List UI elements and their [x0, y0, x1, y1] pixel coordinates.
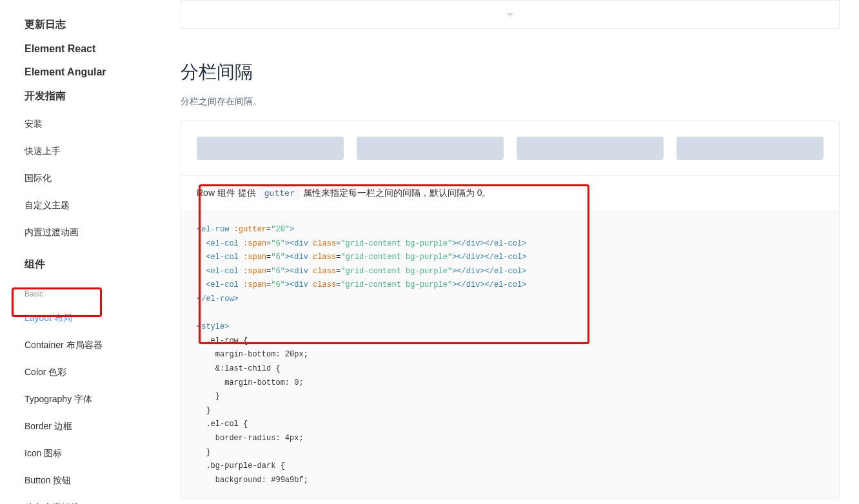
sidebar-item-customtheme[interactable]: 自定义主题 [25, 192, 181, 219]
section-desc: 分栏之间存在间隔。 [181, 96, 840, 108]
meta-text-post: 属性来指定每一栏之间的间隔，默认间隔为 0。 [303, 188, 491, 198]
main-content: 分栏间隔 分栏之间存在间隔。 Row 组件 提供gutter属性来指定每一栏之间… [181, 0, 859, 504]
sidebar-group-components: 组件 [25, 258, 181, 271]
grid-col [670, 137, 830, 160]
sidebar-item-typography[interactable]: Typography 字体 [25, 386, 181, 413]
sidebar-item-color[interactable]: Color 色彩 [25, 359, 181, 386]
prev-demo-box [181, 0, 840, 29]
sidebar-item-react[interactable]: Element React [25, 43, 181, 55]
grid-block [197, 137, 344, 160]
demo-box-gutter: Row 组件 提供gutter属性来指定每一栏之间的间隔，默认间隔为 0。 <e… [181, 121, 840, 499]
sidebar-item-quickstart[interactable]: 快速上手 [25, 138, 181, 165]
sidebar: 更新日志 Element React Element Angular 开发指南 … [0, 0, 181, 504]
sidebar-item-container[interactable]: Container 布局容器 [25, 332, 181, 359]
grid-block [676, 137, 824, 160]
code-block: <el-row :gutter="20"> <el-col :span="6">… [181, 211, 839, 499]
demo-content [181, 121, 839, 175]
sidebar-item-angular[interactable]: Element Angular [25, 66, 181, 78]
grid-col [350, 137, 510, 160]
sidebar-item-layout[interactable]: Layout 布局 [25, 305, 181, 332]
sidebar-item-border[interactable]: Border 边框 [25, 413, 181, 440]
sidebar-item-transitions[interactable]: 内置过渡动画 [25, 219, 181, 246]
meta-inline-code: gutter [259, 186, 300, 200]
section-title: 分栏间隔 [181, 60, 840, 84]
sidebar-item-link[interactable]: Link 文字链接 [25, 494, 181, 504]
demo-meta: Row 组件 提供gutter属性来指定每一栏之间的间隔，默认间隔为 0。 [181, 175, 839, 211]
meta-text-pre: Row 组件 提供 [197, 188, 256, 198]
grid-block [517, 137, 664, 160]
sidebar-item-button[interactable]: Button 按钮 [25, 467, 181, 494]
sidebar-item-i18n[interactable]: 国际化 [25, 165, 181, 192]
demo-toggle-button[interactable] [181, 0, 839, 28]
sidebar-subheading-basic: Basic [25, 279, 181, 305]
grid-col [510, 137, 670, 160]
sidebar-item-changelog[interactable]: 更新日志 [25, 18, 181, 32]
grid-row [190, 137, 830, 160]
grid-block [357, 137, 504, 160]
caret-down-icon [506, 13, 514, 17]
sidebar-group-devguide: 开发指南 [25, 90, 181, 103]
grid-col [190, 137, 350, 160]
sidebar-item-icon[interactable]: Icon 图标 [25, 440, 181, 467]
sidebar-item-install[interactable]: 安装 [25, 111, 181, 138]
